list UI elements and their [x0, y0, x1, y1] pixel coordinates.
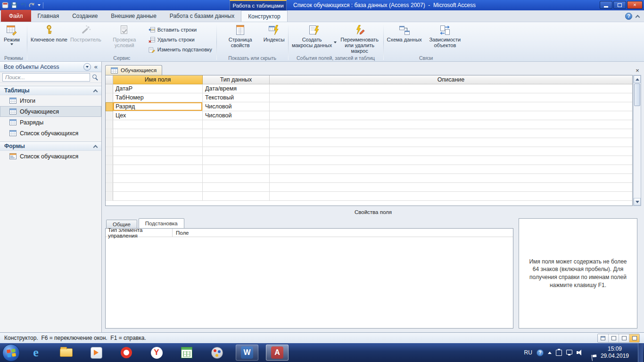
vertical-scrollbar[interactable]	[633, 75, 641, 206]
delete-rows-button[interactable]: Удалить строки	[146, 35, 215, 44]
field-name-cell[interactable]: ТабНомер	[113, 93, 203, 102]
pivot-view-button[interactable]	[608, 334, 619, 342]
minimize-button[interactable]	[600, 1, 612, 9]
indexes-button[interactable]: Индексы	[262, 23, 286, 42]
field-row[interactable]: Цех Числовой	[106, 111, 632, 120]
clipboard-tray-icon[interactable]	[556, 350, 562, 356]
taskbar-icon-opera[interactable]	[115, 345, 138, 361]
row-selector[interactable]	[106, 102, 113, 111]
taskbar-icon-spreadsheet[interactable]	[175, 345, 198, 361]
modify-lookups-button[interactable]: Изменить подстановку	[146, 45, 215, 54]
display-tray-icon[interactable]	[566, 350, 572, 354]
taskbar-icon-yandex[interactable]: Y	[145, 345, 168, 361]
empty-field-row[interactable]	[106, 120, 632, 129]
help-icon[interactable]: ?	[625, 13, 632, 20]
sidebar-item-itogi[interactable]: Итоги	[0, 95, 101, 106]
data-type-cell[interactable]: Числовой	[203, 102, 270, 111]
row-selector[interactable]	[106, 84, 113, 93]
view-button[interactable]: Режим	[2, 23, 21, 45]
empty-field-row[interactable]	[106, 174, 632, 183]
description-cell[interactable]	[270, 102, 632, 111]
taskbar-icon-ie[interactable]: e	[25, 345, 47, 361]
rename-delete-macro-button[interactable]: Переименовать или удалить макрос	[338, 23, 381, 54]
data-type-cell[interactable]: Текстовый	[203, 93, 270, 102]
scroll-down-button[interactable]	[634, 198, 641, 206]
empty-field-row[interactable]	[106, 156, 632, 165]
action-center-icon[interactable]: ?	[537, 349, 544, 356]
undo-icon[interactable]	[20, 2, 26, 8]
language-indicator[interactable]: RU	[524, 349, 532, 356]
data-type-cell[interactable]: Дата/время	[203, 84, 270, 93]
description-cell[interactable]	[270, 93, 632, 102]
collapse-pane-icon[interactable]: «	[93, 63, 99, 70]
scrollbar-thumb[interactable]	[634, 83, 640, 106]
taskbar-icon-media-player[interactable]	[85, 345, 107, 361]
tab-external-data[interactable]: Внешние данные	[104, 10, 163, 22]
row-selector[interactable]	[106, 111, 113, 120]
taskbar-clock[interactable]: 15:09 29.04.2019	[598, 346, 632, 360]
empty-field-row[interactable]	[106, 129, 632, 138]
section-header-tables[interactable]: Таблицы	[0, 86, 101, 95]
qat-customize-icon[interactable]	[38, 4, 41, 6]
datasheet-view-button[interactable]	[598, 334, 608, 342]
close-document-icon[interactable]: ×	[634, 66, 641, 74]
field-name-cell[interactable]: ДатаР	[113, 84, 203, 93]
field-name-cell[interactable]: Разряд	[113, 102, 203, 111]
test-validation-button[interactable]: Проверка условий	[103, 23, 146, 48]
insert-rows-button[interactable]: Вставить строки	[146, 25, 215, 34]
relationships-button[interactable]: Схема данных	[386, 23, 423, 42]
tab-database-tools[interactable]: Работа с базами данных	[163, 10, 241, 22]
field-name-cell[interactable]: Цех	[113, 111, 203, 120]
property-value[interactable]: Поле	[173, 229, 192, 237]
search-input[interactable]	[2, 73, 90, 82]
sidebar-item-spisok-table[interactable]: Список обучающихся	[0, 128, 101, 139]
description-cell[interactable]	[270, 84, 632, 93]
taskbar-icon-explorer[interactable]	[55, 345, 77, 361]
save-icon[interactable]	[11, 2, 17, 8]
start-button[interactable]	[2, 344, 20, 362]
section-header-forms[interactable]: Формы	[0, 141, 101, 151]
show-hidden-icons[interactable]	[548, 352, 552, 354]
column-header-description[interactable]: Описание	[270, 75, 632, 84]
create-data-macros-button[interactable]: Создать макросы данных	[290, 23, 338, 48]
description-cell[interactable]	[270, 111, 632, 120]
volume-icon[interactable]	[577, 350, 583, 356]
empty-field-row[interactable]	[106, 183, 632, 192]
taskbar-icon-graphics[interactable]	[206, 345, 228, 361]
empty-field-row[interactable]	[106, 147, 632, 156]
field-row[interactable]: ДатаР Дата/время	[106, 84, 632, 93]
sidebar-item-razryady[interactable]: Разряды	[0, 117, 101, 128]
property-sheet-button[interactable]: Страница свойств	[219, 23, 262, 48]
empty-field-row[interactable]	[106, 192, 632, 201]
property-row[interactable]: Тип элемента управления Поле	[106, 229, 513, 237]
tab-file[interactable]: Файл	[1, 10, 31, 22]
navigation-menu-icon[interactable]	[83, 63, 91, 71]
chart-view-button[interactable]	[619, 334, 629, 342]
data-type-cell[interactable]: Числовой	[203, 111, 270, 120]
sidebar-item-spisok-form[interactable]: Список обучающихся	[0, 151, 101, 162]
app-icon[interactable]	[2, 2, 8, 8]
collapse-ribbon-icon[interactable]	[636, 15, 640, 20]
tab-home[interactable]: Главная	[31, 10, 66, 22]
row-selector[interactable]	[106, 93, 113, 102]
empty-field-row[interactable]	[106, 138, 632, 147]
design-view-button[interactable]	[629, 334, 639, 342]
builder-button[interactable]: Построитель	[69, 23, 103, 42]
tab-design[interactable]: Конструктор	[241, 10, 287, 22]
taskbar-icon-word[interactable]: W	[236, 345, 258, 361]
document-tab-obuchayushchiesya[interactable]: Обучающиеся	[105, 65, 162, 75]
close-button[interactable]: ×	[627, 1, 643, 9]
field-row-current[interactable]: Разряд Числовой	[106, 102, 632, 111]
field-row[interactable]: ТабНомер Текстовый	[106, 93, 632, 102]
tab-create[interactable]: Создание	[66, 10, 104, 22]
sidebar-item-obuchayushchiesya[interactable]: Обучающиеся	[0, 106, 101, 117]
column-header-data-type[interactable]: Тип данных	[203, 75, 270, 84]
scroll-up-button[interactable]	[634, 75, 641, 83]
search-icon[interactable]	[92, 74, 99, 81]
column-header-field-name[interactable]: Имя поля	[113, 75, 203, 84]
show-desktop-button[interactable]	[638, 343, 643, 362]
object-dependencies-button[interactable]: Зависимости объектов	[423, 23, 467, 48]
network-flag-icon[interactable]	[591, 354, 598, 361]
primary-key-button[interactable]: Ключевое поле	[29, 23, 69, 42]
redo-icon[interactable]	[29, 2, 35, 8]
